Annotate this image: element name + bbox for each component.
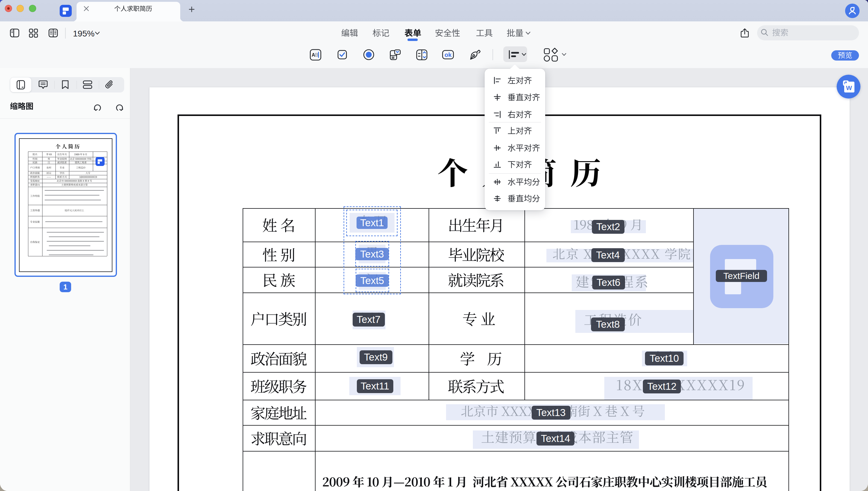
svg-text:B: B xyxy=(315,52,318,58)
svg-text:ok: ok xyxy=(445,52,452,58)
